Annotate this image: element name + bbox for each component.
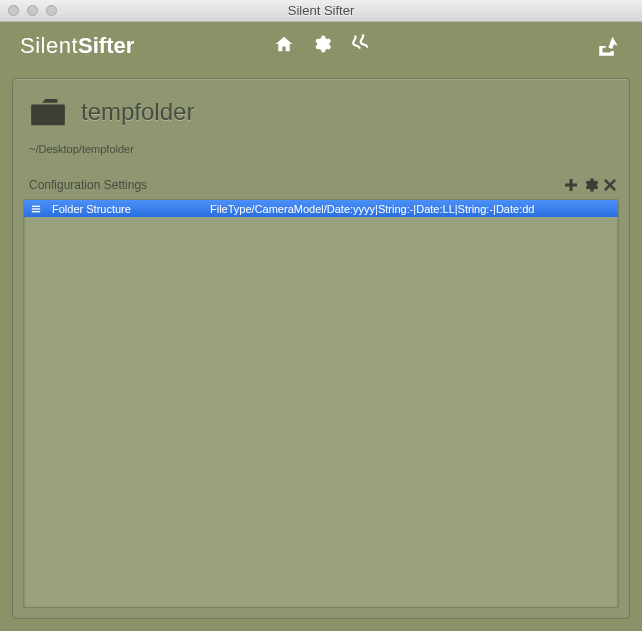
svg-rect-5 bbox=[32, 211, 40, 212]
svg-rect-3 bbox=[32, 205, 40, 206]
config-row-value: FileType/CameraModel/Date:yyyy|String:-|… bbox=[208, 203, 618, 215]
config-row-label: Folder Structure bbox=[48, 203, 208, 215]
home-icon[interactable] bbox=[274, 35, 294, 53]
svg-rect-2 bbox=[565, 184, 577, 187]
folder-icon bbox=[29, 97, 67, 127]
export-icon[interactable] bbox=[596, 33, 622, 59]
topbar: Silent Sifter bbox=[0, 22, 642, 70]
config-actions bbox=[563, 177, 619, 193]
add-icon[interactable] bbox=[563, 177, 579, 193]
window-minimize-button[interactable] bbox=[27, 5, 38, 16]
gear-icon[interactable] bbox=[312, 34, 332, 54]
folder-path: ~/Desktop/tempfolder bbox=[23, 127, 619, 163]
config-row[interactable]: Folder Structure FileType/CameraModel/Da… bbox=[24, 200, 618, 217]
sift-icon[interactable] bbox=[350, 34, 368, 54]
window-titlebar: Silent Sifter bbox=[0, 0, 642, 22]
row-handle-icon[interactable] bbox=[24, 204, 48, 214]
svg-rect-0 bbox=[31, 105, 65, 126]
logo-part-1: Silent bbox=[20, 33, 78, 59]
window-zoom-button[interactable] bbox=[46, 5, 57, 16]
window-close-button[interactable] bbox=[8, 5, 19, 16]
main-card: tempfolder ~/Desktop/tempfolder Configur… bbox=[12, 78, 630, 619]
config-header: Configuration Settings bbox=[23, 163, 619, 199]
folder-name: tempfolder bbox=[81, 98, 194, 126]
close-icon[interactable] bbox=[603, 178, 617, 192]
window-title: Silent Sifter bbox=[0, 3, 642, 18]
traffic-lights bbox=[0, 5, 57, 16]
folder-header: tempfolder bbox=[23, 91, 619, 127]
app-logo: Silent Sifter bbox=[20, 33, 134, 59]
svg-rect-4 bbox=[32, 208, 40, 209]
config-list[interactable]: Folder Structure FileType/CameraModel/Da… bbox=[23, 199, 619, 608]
app-container: Silent Sifter bbox=[0, 22, 642, 631]
config-heading: Configuration Settings bbox=[29, 178, 147, 192]
topbar-icons bbox=[274, 34, 368, 54]
logo-part-2: Sifter bbox=[78, 33, 134, 59]
settings-icon[interactable] bbox=[583, 177, 599, 193]
